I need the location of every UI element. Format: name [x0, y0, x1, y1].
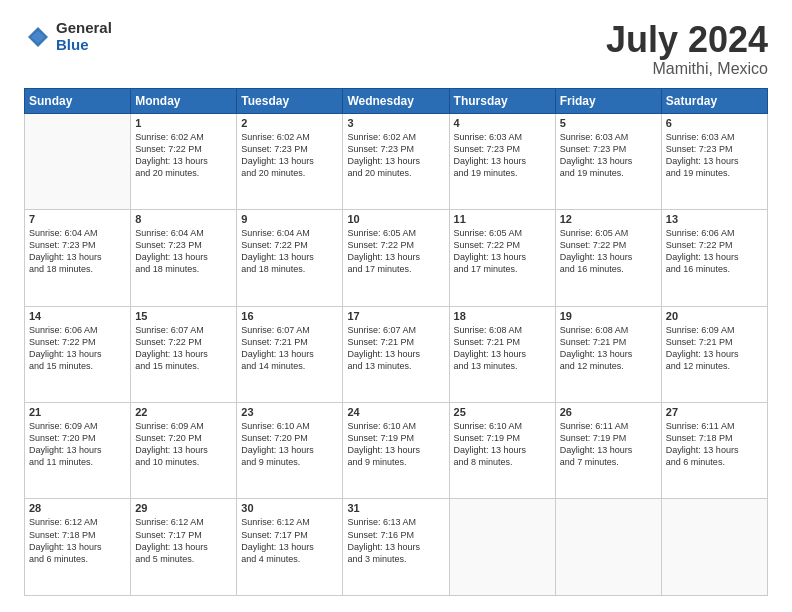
day-info: Sunrise: 6:10 AM Sunset: 7:20 PM Dayligh…	[241, 420, 338, 469]
day-info: Sunrise: 6:10 AM Sunset: 7:19 PM Dayligh…	[347, 420, 444, 469]
day-info: Sunrise: 6:09 AM Sunset: 7:21 PM Dayligh…	[666, 324, 763, 373]
day-number: 24	[347, 406, 444, 418]
day-number: 22	[135, 406, 232, 418]
day-info: Sunrise: 6:06 AM Sunset: 7:22 PM Dayligh…	[666, 227, 763, 276]
logo-general-text: General	[56, 20, 112, 37]
calendar-week-row: 1Sunrise: 6:02 AM Sunset: 7:22 PM Daylig…	[25, 113, 768, 209]
calendar-cell: 3Sunrise: 6:02 AM Sunset: 7:23 PM Daylig…	[343, 113, 449, 209]
day-number: 10	[347, 213, 444, 225]
day-info: Sunrise: 6:05 AM Sunset: 7:22 PM Dayligh…	[560, 227, 657, 276]
day-info: Sunrise: 6:12 AM Sunset: 7:17 PM Dayligh…	[241, 516, 338, 565]
calendar-cell: 26Sunrise: 6:11 AM Sunset: 7:19 PM Dayli…	[555, 403, 661, 499]
day-number: 28	[29, 502, 126, 514]
day-number: 26	[560, 406, 657, 418]
calendar-cell: 10Sunrise: 6:05 AM Sunset: 7:22 PM Dayli…	[343, 210, 449, 306]
day-number: 16	[241, 310, 338, 322]
logo: General Blue	[24, 20, 112, 53]
day-number: 29	[135, 502, 232, 514]
day-number: 27	[666, 406, 763, 418]
day-info: Sunrise: 6:05 AM Sunset: 7:22 PM Dayligh…	[347, 227, 444, 276]
calendar-cell: 12Sunrise: 6:05 AM Sunset: 7:22 PM Dayli…	[555, 210, 661, 306]
day-info: Sunrise: 6:09 AM Sunset: 7:20 PM Dayligh…	[29, 420, 126, 469]
calendar-cell	[449, 499, 555, 596]
calendar-cell: 24Sunrise: 6:10 AM Sunset: 7:19 PM Dayli…	[343, 403, 449, 499]
col-sunday: Sunday	[25, 88, 131, 113]
day-info: Sunrise: 6:12 AM Sunset: 7:17 PM Dayligh…	[135, 516, 232, 565]
day-number: 17	[347, 310, 444, 322]
calendar-week-row: 28Sunrise: 6:12 AM Sunset: 7:18 PM Dayli…	[25, 499, 768, 596]
calendar-cell: 11Sunrise: 6:05 AM Sunset: 7:22 PM Dayli…	[449, 210, 555, 306]
calendar-cell: 29Sunrise: 6:12 AM Sunset: 7:17 PM Dayli…	[131, 499, 237, 596]
calendar-cell: 5Sunrise: 6:03 AM Sunset: 7:23 PM Daylig…	[555, 113, 661, 209]
page: General Blue July 2024 Mamithi, Mexico S…	[0, 0, 792, 612]
col-monday: Monday	[131, 88, 237, 113]
day-info: Sunrise: 6:04 AM Sunset: 7:23 PM Dayligh…	[135, 227, 232, 276]
day-info: Sunrise: 6:03 AM Sunset: 7:23 PM Dayligh…	[454, 131, 551, 180]
day-info: Sunrise: 6:02 AM Sunset: 7:23 PM Dayligh…	[347, 131, 444, 180]
day-number: 31	[347, 502, 444, 514]
day-info: Sunrise: 6:07 AM Sunset: 7:21 PM Dayligh…	[347, 324, 444, 373]
day-info: Sunrise: 6:02 AM Sunset: 7:23 PM Dayligh…	[241, 131, 338, 180]
calendar-cell: 18Sunrise: 6:08 AM Sunset: 7:21 PM Dayli…	[449, 306, 555, 402]
day-info: Sunrise: 6:07 AM Sunset: 7:21 PM Dayligh…	[241, 324, 338, 373]
calendar-cell: 21Sunrise: 6:09 AM Sunset: 7:20 PM Dayli…	[25, 403, 131, 499]
col-friday: Friday	[555, 88, 661, 113]
calendar-cell: 14Sunrise: 6:06 AM Sunset: 7:22 PM Dayli…	[25, 306, 131, 402]
day-info: Sunrise: 6:13 AM Sunset: 7:16 PM Dayligh…	[347, 516, 444, 565]
day-number: 1	[135, 117, 232, 129]
day-number: 13	[666, 213, 763, 225]
calendar-cell	[25, 113, 131, 209]
day-number: 20	[666, 310, 763, 322]
calendar-cell	[661, 499, 767, 596]
day-info: Sunrise: 6:03 AM Sunset: 7:23 PM Dayligh…	[560, 131, 657, 180]
calendar-cell: 17Sunrise: 6:07 AM Sunset: 7:21 PM Dayli…	[343, 306, 449, 402]
calendar-cell: 19Sunrise: 6:08 AM Sunset: 7:21 PM Dayli…	[555, 306, 661, 402]
day-number: 25	[454, 406, 551, 418]
day-info: Sunrise: 6:08 AM Sunset: 7:21 PM Dayligh…	[560, 324, 657, 373]
logo-blue-text: Blue	[56, 37, 112, 54]
day-number: 30	[241, 502, 338, 514]
day-number: 19	[560, 310, 657, 322]
calendar-cell: 22Sunrise: 6:09 AM Sunset: 7:20 PM Dayli…	[131, 403, 237, 499]
day-info: Sunrise: 6:08 AM Sunset: 7:21 PM Dayligh…	[454, 324, 551, 373]
day-number: 12	[560, 213, 657, 225]
calendar-cell: 16Sunrise: 6:07 AM Sunset: 7:21 PM Dayli…	[237, 306, 343, 402]
logo-text: General Blue	[56, 20, 112, 53]
calendar-cell: 15Sunrise: 6:07 AM Sunset: 7:22 PM Dayli…	[131, 306, 237, 402]
calendar-cell: 31Sunrise: 6:13 AM Sunset: 7:16 PM Dayli…	[343, 499, 449, 596]
calendar-cell: 8Sunrise: 6:04 AM Sunset: 7:23 PM Daylig…	[131, 210, 237, 306]
day-info: Sunrise: 6:09 AM Sunset: 7:20 PM Dayligh…	[135, 420, 232, 469]
day-number: 11	[454, 213, 551, 225]
col-thursday: Thursday	[449, 88, 555, 113]
calendar-cell: 28Sunrise: 6:12 AM Sunset: 7:18 PM Dayli…	[25, 499, 131, 596]
day-number: 5	[560, 117, 657, 129]
day-number: 8	[135, 213, 232, 225]
day-number: 2	[241, 117, 338, 129]
calendar-cell: 27Sunrise: 6:11 AM Sunset: 7:18 PM Dayli…	[661, 403, 767, 499]
day-info: Sunrise: 6:11 AM Sunset: 7:19 PM Dayligh…	[560, 420, 657, 469]
day-info: Sunrise: 6:11 AM Sunset: 7:18 PM Dayligh…	[666, 420, 763, 469]
col-saturday: Saturday	[661, 88, 767, 113]
day-number: 21	[29, 406, 126, 418]
day-number: 4	[454, 117, 551, 129]
day-info: Sunrise: 6:12 AM Sunset: 7:18 PM Dayligh…	[29, 516, 126, 565]
calendar-cell: 4Sunrise: 6:03 AM Sunset: 7:23 PM Daylig…	[449, 113, 555, 209]
day-number: 7	[29, 213, 126, 225]
calendar-week-row: 7Sunrise: 6:04 AM Sunset: 7:23 PM Daylig…	[25, 210, 768, 306]
day-info: Sunrise: 6:05 AM Sunset: 7:22 PM Dayligh…	[454, 227, 551, 276]
calendar-cell: 23Sunrise: 6:10 AM Sunset: 7:20 PM Dayli…	[237, 403, 343, 499]
header: General Blue July 2024 Mamithi, Mexico	[24, 20, 768, 78]
calendar-cell	[555, 499, 661, 596]
day-number: 18	[454, 310, 551, 322]
calendar-header-row: Sunday Monday Tuesday Wednesday Thursday…	[25, 88, 768, 113]
calendar-cell: 25Sunrise: 6:10 AM Sunset: 7:19 PM Dayli…	[449, 403, 555, 499]
day-info: Sunrise: 6:03 AM Sunset: 7:23 PM Dayligh…	[666, 131, 763, 180]
calendar-title: July 2024	[606, 20, 768, 60]
col-wednesday: Wednesday	[343, 88, 449, 113]
calendar-cell: 30Sunrise: 6:12 AM Sunset: 7:17 PM Dayli…	[237, 499, 343, 596]
day-info: Sunrise: 6:06 AM Sunset: 7:22 PM Dayligh…	[29, 324, 126, 373]
day-number: 9	[241, 213, 338, 225]
day-number: 3	[347, 117, 444, 129]
day-number: 6	[666, 117, 763, 129]
day-info: Sunrise: 6:02 AM Sunset: 7:22 PM Dayligh…	[135, 131, 232, 180]
